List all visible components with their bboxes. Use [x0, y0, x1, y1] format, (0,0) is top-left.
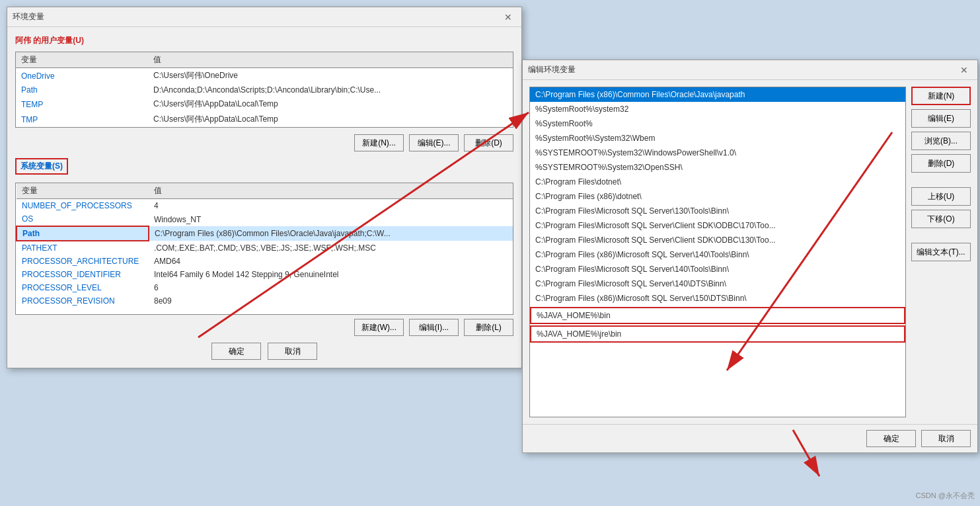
system-var-value: 4 [149, 199, 502, 213]
system-section-label: 系统变量(S) [20, 161, 63, 171]
env-dialog-body: 阿伟 的用户变量(U) 变量 值 OneDriveC:\Users\阿伟\One… [7, 27, 521, 368]
user-var-name: TMP [16, 112, 148, 127]
path-list-item[interactable]: %SYSTEMROOT%\System32\WindowsPowerShell\… [530, 146, 905, 160]
edit-dialog-bottom: 确定 取消 [523, 424, 977, 452]
user-var-row[interactable]: TMPC:\Users\阿伟\AppData\Local\Temp [16, 112, 513, 127]
path-list-item[interactable]: C:\Program Files\Microsoft SQL Server\Cl… [530, 218, 905, 233]
user-var-row[interactable]: TEMPC:\Users\阿伟\AppData\Local\Temp [16, 97, 513, 112]
system-col-val: 值 [149, 183, 502, 199]
user-new-btn[interactable]: 新建(N)... [354, 134, 404, 151]
system-var-row[interactable]: PROCESSOR_LEVEL6 [17, 281, 513, 294]
system-var-table: 变量 值 NUMBER_OF_PROCESSORS4OSWindows_NTPa… [16, 183, 513, 308]
user-var-table-container: 变量 值 OneDriveC:\Users\阿伟\OneDrivePathD:\… [15, 52, 513, 128]
system-var-row[interactable]: PATHEXT.COM;.EXE;.BAT;.CMD;.VBS;.VBE;.JS… [17, 241, 513, 255]
edit-edit-btn[interactable]: 编辑(E) [911, 109, 971, 128]
path-list-item[interactable]: %SystemRoot%\system32 [530, 102, 905, 116]
edit-ok-btn[interactable]: 确定 [866, 430, 916, 447]
path-list-item[interactable]: %SystemRoot%\System32\Wbem [530, 131, 905, 146]
user-col-var: 变量 [16, 52, 148, 68]
system-var-value: AMD64 [149, 255, 502, 268]
env-bottom-btn-row: 确定 取消 [15, 343, 513, 360]
edit-move-down-btn[interactable]: 下移(O) [911, 210, 971, 228]
user-var-name: OneDrive [16, 68, 148, 84]
system-var-name: PATHEXT [17, 241, 149, 255]
user-var-value: D:\Anconda;D:\Anconda\Scripts;D:\Anconda… [148, 83, 513, 97]
system-var-row[interactable]: PathC:\Program Files (x86)\Common Files\… [17, 226, 513, 241]
edit-browse-btn[interactable]: 浏览(B)... [911, 132, 971, 150]
edit-dialog-buttons: 新建(N) 编辑(E) 浏览(B)... 删除(D) 上移(U) 下移(O) 编… [911, 87, 971, 417]
edit-delete-btn[interactable]: 删除(D) [911, 154, 971, 173]
system-var-name: PROCESSOR_REVISION [17, 294, 149, 308]
path-list-item[interactable]: C:\Program Files\Microsoft SQL Server\14… [530, 276, 905, 291]
system-var-value: .COM;.EXE;.BAT;.CMD;.VBS;.VBE;.JS;.JSE;.… [149, 241, 502, 255]
watermark: CSDN @永不会秃 [916, 491, 975, 501]
edit-dialog-title: 编辑环境变量 [528, 64, 576, 75]
path-list: C:\Program Files (x86)\Common Files\Orac… [529, 87, 906, 417]
path-list-item[interactable]: %JAVA_HOME%\bin [530, 307, 905, 324]
user-var-value: C:\Users\阿伟\AppData\Local\Temp [148, 97, 513, 112]
system-var-value: 6 [149, 281, 502, 294]
path-list-item[interactable]: C:\Program Files (x86)\dotnet\ [530, 189, 905, 204]
env-dialog-title: 环境变量 [13, 11, 44, 22]
system-col-var: 变量 [17, 183, 149, 199]
user-btn-row: 新建(N)... 编辑(E)... 删除(D) [15, 134, 513, 151]
user-var-row[interactable]: OneDriveC:\Users\阿伟\OneDrive [16, 68, 513, 84]
user-var-value: C:\Users\阿伟\OneDrive [148, 68, 513, 84]
user-col-val: 值 [148, 52, 513, 68]
user-var-name: TEMP [16, 97, 148, 112]
path-list-item[interactable]: %JAVA_HOME%\jre\bin [530, 325, 905, 343]
system-btn-row: 新建(W)... 编辑(I)... 删除(L) [15, 319, 513, 336]
edit-dialog-body: C:\Program Files (x86)\Common Files\Orac… [523, 80, 977, 424]
edit-dialog-close[interactable]: ✕ [956, 63, 972, 77]
system-var-table-container: 变量 值 NUMBER_OF_PROCESSORS4OSWindows_NTPa… [15, 183, 513, 315]
system-var-name: NUMBER_OF_PROCESSORS [17, 199, 149, 213]
env-cancel-btn[interactable]: 取消 [268, 343, 317, 360]
system-delete-btn[interactable]: 删除(L) [464, 319, 513, 336]
path-list-item[interactable]: %SYSTEMROOT%\System32\OpenSSH\ [530, 160, 905, 175]
edit-text-btn[interactable]: 编辑文本(T)... [911, 243, 971, 261]
edit-dialog-titlebar: 编辑环境变量 ✕ [523, 60, 977, 80]
system-var-value: C:\Program Files (x86)\Common Files\Orac… [149, 226, 502, 241]
user-delete-btn[interactable]: 删除(D) [464, 134, 513, 151]
system-var-row[interactable]: PROCESSOR_REVISION8e09 [17, 294, 513, 308]
env-dialog-titlebar: 环境变量 ✕ [7, 7, 521, 27]
env-dialog-close[interactable]: ✕ [500, 11, 516, 24]
system-var-row[interactable]: PROCESSOR_ARCHITECTUREAMD64 [17, 255, 513, 268]
user-edit-btn[interactable]: 编辑(E)... [409, 134, 459, 151]
edit-move-up-btn[interactable]: 上移(U) [911, 187, 971, 206]
env-ok-btn[interactable]: 确定 [211, 343, 261, 360]
edit-new-btn[interactable]: 新建(N) [911, 87, 971, 105]
path-list-item[interactable]: %SystemRoot% [530, 116, 905, 131]
system-var-value: Intel64 Family 6 Model 142 Stepping 9, G… [149, 268, 502, 281]
system-edit-btn[interactable]: 编辑(I)... [409, 319, 459, 336]
path-list-item[interactable]: C:\Program Files (x86)\Common Files\Orac… [530, 87, 905, 102]
path-list-item[interactable]: C:\Program Files\Microsoft SQL Server\13… [530, 204, 905, 218]
edit-cancel-btn[interactable]: 取消 [921, 430, 971, 447]
path-list-item[interactable]: C:\Program Files\dotnet\ [530, 175, 905, 189]
system-var-value: Windows_NT [149, 212, 502, 226]
env-variables-dialog: 环境变量 ✕ 阿伟 的用户变量(U) 变量 值 OneDriveC:\Users… [7, 7, 522, 368]
system-var-name: Path [17, 226, 149, 241]
system-var-name: PROCESSOR_LEVEL [17, 281, 149, 294]
user-var-value: C:\Users\阿伟\AppData\Local\Temp [148, 112, 513, 127]
system-var-name: PROCESSOR_IDENTIFIER [17, 268, 149, 281]
system-var-name: PROCESSOR_ARCHITECTURE [17, 255, 149, 268]
path-list-item[interactable]: C:\Program Files\Microsoft SQL Server\14… [530, 262, 905, 276]
system-var-row[interactable]: NUMBER_OF_PROCESSORS4 [17, 199, 513, 213]
system-var-row[interactable]: PROCESSOR_IDENTIFIERIntel64 Family 6 Mod… [17, 268, 513, 281]
path-list-item[interactable]: C:\Program Files (x86)\Microsoft SQL Ser… [530, 291, 905, 306]
system-var-name: OS [17, 212, 149, 226]
path-list-item[interactable]: C:\Program Files (x86)\Microsoft SQL Ser… [530, 247, 905, 262]
edit-env-dialog: 编辑环境变量 ✕ C:\Program Files (x86)\Common F… [522, 60, 978, 453]
user-var-table: 变量 值 OneDriveC:\Users\阿伟\OneDrivePathD:\… [16, 52, 513, 127]
user-section-label: 阿伟 的用户变量(U) [15, 35, 513, 46]
user-var-row[interactable]: PathD:\Anconda;D:\Anconda\Scripts;D:\Anc… [16, 83, 513, 97]
system-var-value: 8e09 [149, 294, 502, 308]
system-var-row[interactable]: OSWindows_NT [17, 212, 513, 226]
path-list-item[interactable]: C:\Program Files\Microsoft SQL Server\Cl… [530, 233, 905, 247]
system-new-btn[interactable]: 新建(W)... [354, 319, 404, 336]
user-var-name: Path [16, 83, 148, 97]
